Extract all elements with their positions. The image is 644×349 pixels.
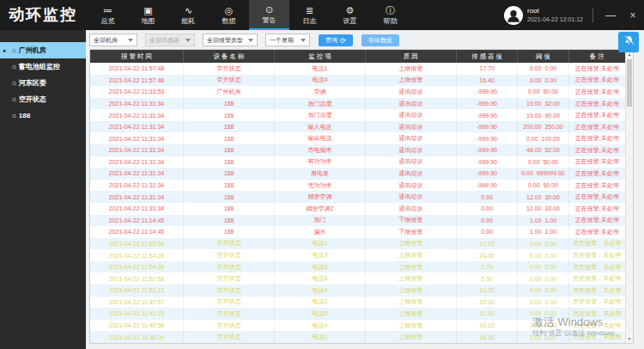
nav-tab-help[interactable]: ⓘ帮助 bbox=[370, 0, 410, 30]
query-button[interactable]: 查询 ⟳ bbox=[319, 34, 353, 46]
table-row[interactable]: 2021-04-22 11:31:34188精密空调通讯错误0.0012.00 … bbox=[90, 191, 625, 203]
sidebar-item-guangzhou-room[interactable]: ▸⌂广州机房 bbox=[0, 42, 86, 58]
filter-select-time-range[interactable]: 一个星期 bbox=[265, 34, 310, 46]
chevron-down-icon bbox=[185, 39, 191, 42]
table-row[interactable]: 2021-04-22 11:14:45188漏水下限报警0.001.00 1.0… bbox=[90, 226, 625, 238]
table-row[interactable]: 2021-04-22 11:38:06空开状态电流1上限报警18.300.00 … bbox=[90, 331, 625, 343]
table-row[interactable]: 2021-04-22 11:31:34188有功功率通讯错误-999.900.0… bbox=[90, 156, 625, 168]
table-row[interactable]: 2021-04-22 11:54:28空开状态电流5上限报警9.700.00 0… bbox=[90, 261, 625, 273]
table-row[interactable]: 2021-04-22 11:31:34188后门温度通讯错误-999.9010.… bbox=[90, 98, 625, 110]
table-row[interactable]: 2021-04-22 11:31:34188市电频率通讯错误-999.9048.… bbox=[90, 144, 625, 156]
sidebar-item-label: 河东区委 bbox=[19, 78, 46, 88]
table-row[interactable]: 2021-04-22 11:31:34188后门湿度通讯错误-999.9010.… bbox=[90, 109, 625, 121]
sidebar-item-188[interactable]: ⌂188 bbox=[0, 107, 86, 124]
table-row[interactable]: 2021-04-22 11:31:34188精密空调2通讯错误0.0012.00… bbox=[90, 203, 625, 215]
cell-remark: 正在报警,未处理 bbox=[569, 63, 625, 75]
sidebar-item-battery-monitor[interactable]: ⌂蓄电池组监控 bbox=[0, 58, 86, 75]
sidebar-item-breaker-status[interactable]: ⌂空开状态 bbox=[0, 91, 86, 107]
table-row[interactable]: 2021-04-22 11:40:58空开状态电流4上限报警10.200.00 … bbox=[90, 320, 625, 332]
cell-remark: 正在报警,未处理 bbox=[569, 109, 625, 121]
cell-device: 空开状态 bbox=[184, 320, 275, 332]
cell-remark: 历史报警，未处理 bbox=[569, 308, 625, 320]
cell-reason: 上限报警 bbox=[366, 272, 457, 285]
cell-remark: 正在报警,未处理 bbox=[569, 144, 625, 156]
export-data-button[interactable]: 导出数据 bbox=[361, 34, 399, 46]
mute-alarm-button[interactable] bbox=[618, 32, 639, 52]
cell-time: 2021-04-22 11:31:34 bbox=[90, 144, 184, 156]
cell-reason: 通讯错误 bbox=[366, 86, 457, 98]
user-info[interactable]: root 2021-04-22 12:01:12 bbox=[504, 0, 586, 30]
table-row[interactable]: 2021-04-22 11:31:34188输入电压通讯错误-999.90200… bbox=[90, 121, 625, 133]
table-scrollbar[interactable]: ▲ ▼ bbox=[625, 50, 633, 343]
cell-value: 10.20 bbox=[457, 285, 519, 297]
table-row[interactable]: 2021-04-22 11:14:45188后门下限报警0.001.00 1.0… bbox=[90, 215, 625, 227]
close-button[interactable]: × bbox=[622, 0, 644, 30]
cell-reason: 通讯错误 bbox=[366, 168, 457, 180]
sidebar-item-hedong-committee[interactable]: ⌂河东区委 bbox=[0, 75, 86, 91]
column-header: 备注 bbox=[569, 50, 625, 63]
topbar-spacer bbox=[410, 0, 504, 30]
nav-tab-energy[interactable]: ∿能耗 bbox=[168, 0, 209, 30]
cell-threshold: 0.00 0.00 bbox=[518, 297, 568, 309]
home-icon: ⌂ bbox=[12, 46, 16, 54]
nav-tab-settings[interactable]: ⚙设置 bbox=[330, 0, 370, 30]
cell-reason: 上限报警 bbox=[366, 249, 457, 261]
minimize-button[interactable]: — bbox=[599, 0, 622, 30]
nav-tab-overview[interactable]: ≔总览 bbox=[88, 0, 128, 30]
table-row[interactable]: 2021-04-22 11:57:48空开状态电流4上限报警16.400.00 … bbox=[90, 75, 625, 87]
cell-remark: 正在报警,未处理 bbox=[569, 156, 625, 168]
scrollbar-thumb[interactable] bbox=[627, 59, 632, 107]
cell-threshold: 1.00 1.00 bbox=[518, 226, 568, 238]
table-row[interactable]: 2021-04-22 11:57:48空开状态电流1上限报警17.700.00 … bbox=[90, 63, 625, 75]
cell-time: 2021-04-22 11:40:58 bbox=[90, 320, 184, 332]
scroll-down-icon[interactable]: ▼ bbox=[626, 334, 633, 343]
cell-value: -999.90 bbox=[457, 144, 519, 156]
table-row[interactable]: 2021-04-22 11:47:57空开状态电流2上限报警20.300.00 … bbox=[90, 297, 625, 309]
cell-threshold: 0.00 0.00 bbox=[518, 320, 568, 332]
nav-tab-label: 设置 bbox=[343, 16, 357, 26]
filter-select-alarm-type[interactable]: 全部报警类型 bbox=[203, 34, 258, 46]
cell-value: 5.30 bbox=[457, 272, 519, 285]
cell-device: 空开状态 bbox=[184, 308, 275, 320]
nav-tab-alarm[interactable]: ⊙警告 bbox=[249, 0, 289, 30]
cell-value: 11.90 bbox=[457, 308, 519, 320]
cell-value: -999.90 bbox=[457, 156, 519, 168]
cell-threshold: 10.00 90.00 bbox=[518, 109, 568, 121]
table-row[interactable]: 2021-04-22 11:31:34188无功功率通讯错误-999.900.0… bbox=[90, 180, 625, 192]
table-row[interactable]: 2021-04-22 11:54:28空开状态电流3上限报警24.000.00 … bbox=[90, 249, 625, 261]
cell-item: 电流5 bbox=[275, 261, 366, 273]
nav-tab-label: 数据 bbox=[222, 16, 236, 26]
cell-value: 16.40 bbox=[457, 75, 519, 87]
cell-threshold: 0.00 0.00 bbox=[518, 285, 568, 297]
cell-device: 188 bbox=[184, 156, 275, 168]
table-row[interactable]: 2021-04-22 11:55:34空开状态电流1上限报警17.500.00 … bbox=[90, 238, 625, 250]
cell-reason: 通讯错误 bbox=[366, 180, 457, 192]
cell-time: 2021-04-22 11:31:34 bbox=[90, 121, 184, 133]
cell-time: 2021-04-22 11:55:34 bbox=[90, 238, 184, 250]
filter-select-room[interactable]: 全部机房 bbox=[89, 34, 137, 46]
cell-value: -999.90 bbox=[457, 109, 519, 121]
table-row[interactable]: 2021-04-22 11:51:12空开状态电流4上限报警10.200.00 … bbox=[90, 285, 625, 297]
table-row[interactable]: 2021-04-22 11:33:53广州机房空调通讯错误-999.900.00… bbox=[90, 86, 625, 98]
cell-reason: 上限报警 bbox=[366, 297, 457, 309]
cell-item: 电流1 bbox=[275, 331, 366, 343]
cell-value: 20.30 bbox=[457, 297, 519, 309]
cell-item: 空调 bbox=[275, 86, 366, 98]
cell-value: -999.90 bbox=[457, 180, 519, 192]
nav-tab-data[interactable]: ◎数据 bbox=[209, 0, 249, 30]
select-value: 全部传感器 bbox=[149, 36, 179, 45]
cell-item: 电流6 bbox=[275, 272, 366, 285]
cell-time: 2021-04-22 11:57:48 bbox=[90, 63, 184, 75]
nav-tab-log[interactable]: ≣日志 bbox=[289, 0, 330, 30]
cell-threshold: 0.00 999999.00 bbox=[518, 168, 568, 180]
table-row[interactable]: 2021-04-22 11:31:34188用电量通讯错误-999.900.00… bbox=[90, 168, 625, 180]
table-row[interactable]: 2021-04-22 11:52:58空开状态电流6上限报警5.300.00 0… bbox=[90, 272, 625, 285]
table-row[interactable]: 2021-04-22 11:41:23空开状态电流5上限报警11.900.00 … bbox=[90, 308, 625, 320]
home-icon: ⌂ bbox=[12, 63, 16, 70]
table-row[interactable]: 2021-04-22 11:31:34188输出电流通讯错误-999.900.0… bbox=[90, 132, 625, 144]
cell-threshold: 48.00 52.00 bbox=[518, 144, 568, 156]
map-icon: ▣ bbox=[143, 5, 152, 15]
cell-reason: 上限报警 bbox=[366, 75, 457, 87]
cell-device: 空开状态 bbox=[184, 272, 275, 285]
nav-tab-map[interactable]: ▣地图 bbox=[128, 0, 168, 30]
